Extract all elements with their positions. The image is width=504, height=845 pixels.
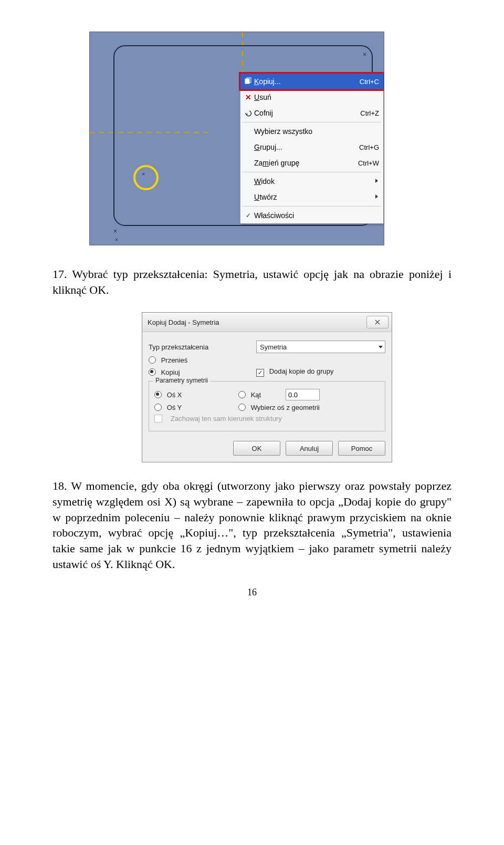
menu-separator <box>243 206 381 207</box>
menu-label: Wybierz wszystko <box>254 127 379 136</box>
copy-icon <box>243 77 254 86</box>
checkbox-dodaj-kopie[interactable]: ✓ Dodaj kopie do grupy <box>256 367 333 377</box>
radio-icon <box>238 404 246 411</box>
radio-kat[interactable]: Kąt <box>238 391 280 399</box>
menu-label: Widok <box>254 177 379 186</box>
point-marker: × <box>142 171 145 177</box>
menu-item-wlasciwosci[interactable]: Właściwości <box>240 208 383 223</box>
radio-icon <box>238 391 246 398</box>
menu-label: Zamień grupę <box>254 159 350 167</box>
delete-icon: ✕ <box>243 93 254 101</box>
input-kat[interactable] <box>286 389 320 400</box>
radio-label: Przenieś <box>161 356 188 364</box>
menu-label: Utwórz <box>254 193 379 201</box>
radio-icon <box>149 368 156 376</box>
step-17-text: 17. Wybrać typ przekształcenia: Symetria… <box>52 266 452 297</box>
menu-label: Grupuj... <box>254 143 351 151</box>
menu-shortcut: Ctrl+W <box>358 159 379 167</box>
menu-item-utworz[interactable]: Utwórz <box>240 189 383 205</box>
context-menu: Kopiuj... Ctrl+C ✕ Usuń Cofnij Ctrl+Z Wy… <box>240 73 384 224</box>
dialog-title: Kopiuj Dodaj - Symetria <box>148 318 219 326</box>
radio-icon <box>154 404 162 411</box>
radio-label: Wybierz oś z geometrii <box>251 404 320 411</box>
dialog-titlebar: Kopiuj Dodaj - Symetria <box>142 313 392 332</box>
menu-item-zamien-grupe[interactable]: Zamień grupę Ctrl+W <box>240 155 383 171</box>
menu-separator <box>243 172 381 172</box>
checkbox-zachowaj-kierunek: Zachowaj ten sam kierunek struktury <box>154 415 380 422</box>
combo-typ-przeksztalcenia[interactable]: Symetria <box>256 341 385 353</box>
circle-highlight <box>133 165 159 190</box>
point-marker: × <box>115 237 118 243</box>
menu-item-kopiuj[interactable]: Kopiuj... Ctrl+C <box>240 74 383 89</box>
step-18-text: 18. W momencie, gdy oba okręgi (utworzon… <box>52 478 452 572</box>
menu-shortcut: Ctrl+G <box>359 143 379 151</box>
radio-label: Oś X <box>167 391 182 399</box>
point-marker: × <box>113 228 117 235</box>
radio-przenies[interactable]: Przenieś <box>149 356 251 364</box>
menu-label: Kopiuj... <box>254 77 351 86</box>
radio-label: Kopiuj <box>161 368 180 376</box>
checkbox-icon: ✓ <box>256 369 264 377</box>
radio-kopiuj[interactable]: Kopiuj <box>149 368 251 376</box>
menu-shortcut: Ctrl+Z <box>360 109 379 117</box>
radio-label: Kąt <box>251 391 261 399</box>
menu-shortcut: Ctrl+C <box>360 78 379 86</box>
radio-icon <box>154 391 162 398</box>
checkbox-icon <box>154 415 162 422</box>
menu-item-usun[interactable]: ✕ Usuń <box>240 89 383 105</box>
menu-separator <box>243 122 381 122</box>
undo-icon <box>243 109 254 117</box>
menu-label: Właściwości <box>254 211 379 220</box>
close-button[interactable] <box>366 316 388 328</box>
menu-item-widok[interactable]: Widok <box>240 173 383 189</box>
ok-button[interactable]: OK <box>233 441 280 456</box>
menu-label: Usuń <box>254 93 379 101</box>
fieldset-legend: Parametry symetrii <box>153 377 210 384</box>
radio-wybierz-os[interactable]: Wybierz oś z geometrii <box>238 404 320 411</box>
dialog-kopiuj-dodaj: Kopiuj Dodaj - Symetria Typ przekształce… <box>142 312 392 462</box>
radio-os-x[interactable]: Oś X <box>154 391 233 399</box>
point-marker: × <box>363 51 366 58</box>
checkbox-label: Zachowaj ten sam kierunek struktury <box>171 415 282 422</box>
svg-rect-0 <box>245 79 249 84</box>
radio-icon <box>149 356 156 364</box>
cad-screenshot: × × × × Kopiuj... Ctrl+C ✕ Usuń Cofnij C… <box>89 32 384 245</box>
anuluj-button[interactable]: Anuluj <box>286 441 333 456</box>
label-typ: Typ przekształcenia <box>149 343 251 351</box>
menu-item-grupuj[interactable]: Grupuj... Ctrl+G <box>240 139 383 155</box>
check-icon <box>243 212 254 219</box>
radio-os-y[interactable]: Oś Y <box>154 404 233 411</box>
checkbox-label: Dodaj kopie do grupy <box>269 367 334 375</box>
radio-label: Oś Y <box>167 404 182 411</box>
page-number: 16 <box>52 587 452 598</box>
close-icon <box>374 319 381 325</box>
pomoc-button[interactable]: Pomoc <box>338 441 385 456</box>
menu-item-wybierz-wszystko[interactable]: Wybierz wszystko <box>240 123 383 139</box>
fieldset-parametry-symetrii: Parametry symetrii Oś X Kąt Oś Y <box>149 381 385 431</box>
menu-item-cofnij[interactable]: Cofnij Ctrl+Z <box>240 105 383 121</box>
combo-value: Symetria <box>260 343 287 351</box>
menu-label: Cofnij <box>254 109 352 117</box>
